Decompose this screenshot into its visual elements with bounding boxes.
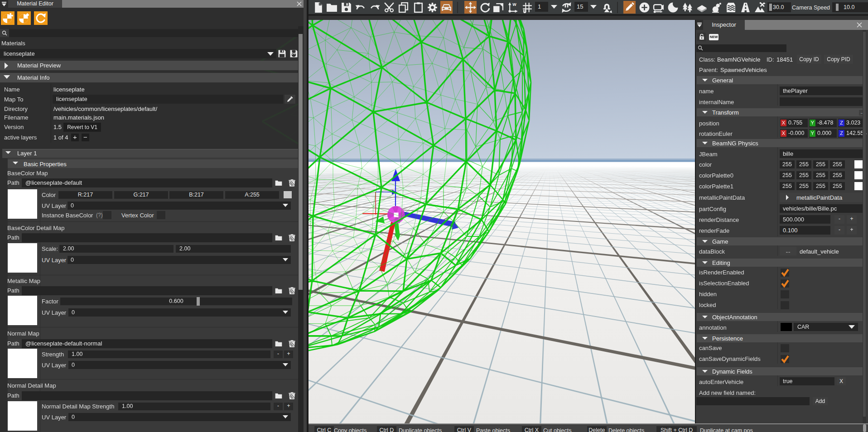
svg-text:w: w: [512, 2, 516, 7]
